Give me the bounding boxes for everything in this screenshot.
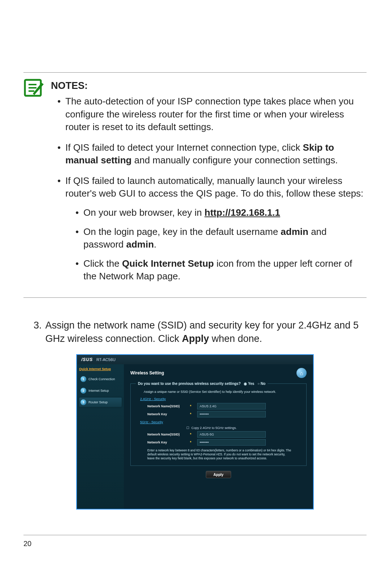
label-ssid-5: Network Name(SSID) <box>147 433 186 436</box>
note-item: The auto-detection of your ISP connectio… <box>57 95 367 133</box>
previous-settings-legend: Do you want to use the previous wireless… <box>136 382 268 386</box>
required-star-icon: * <box>190 433 191 437</box>
checkbox-copy-label: Copy 2.4GHz to 5GHz settings. <box>191 426 237 430</box>
checkbox-copy[interactable]: ☐ <box>186 426 189 430</box>
note-item: If QIS failed to launch automatically, m… <box>57 175 367 283</box>
step-text: Assign the network name (SSID) and secur… <box>46 319 367 346</box>
required-star-icon: * <box>190 441 191 445</box>
input-key-24[interactable] <box>197 411 266 417</box>
settings-fieldset: Do you want to use the previous wireless… <box>130 382 307 466</box>
sidebar-item-label: Router Setup <box>88 400 108 404</box>
radio-yes[interactable]: ◉ Yes <box>244 382 254 386</box>
warning-text: Enter a network key between 8 and 63 cha… <box>147 448 292 460</box>
sidebar-item-router-setup[interactable]: 3 Router Setup <box>79 398 122 407</box>
notes-icon <box>23 78 44 99</box>
notes-box: NOTES: The auto-detection of your ISP co… <box>23 72 367 298</box>
radio-no[interactable]: ○ No <box>257 382 265 386</box>
page-footer-rule <box>23 535 367 535</box>
label-ssid-24: Network Name(SSID) <box>147 404 186 408</box>
note-subitem: On the login page, key in the default us… <box>75 226 367 251</box>
step-badge-icon: 2 <box>81 388 86 394</box>
step-number: 3. <box>34 319 42 346</box>
page-number: 20 <box>23 540 367 548</box>
sidebar-title: Quick Internet Setup <box>79 367 122 371</box>
brand-logo: /SUS <box>81 357 93 362</box>
page-content: NOTES: The auto-detection of your ISP co… <box>14 0 376 562</box>
step-3: 3. Assign the network name (SSID) and se… <box>23 319 367 346</box>
sidebar-item-label: Internet Setup <box>88 389 109 392</box>
model-label: RT-AC56U <box>96 357 116 362</box>
input-key-5[interactable] <box>197 439 266 446</box>
section-5ghz: 5GHz - Security <box>140 420 301 424</box>
sidebar-item-check-connection[interactable]: 1 Check Connection <box>79 374 122 384</box>
home-icon[interactable]: ⌂ <box>296 368 307 378</box>
router-topbar: /SUS RT-AC56U <box>77 355 313 364</box>
step-badge-icon: 1 <box>81 376 86 382</box>
router-screenshot: /SUS RT-AC56U Quick Internet Setup 1 Che… <box>76 354 314 510</box>
section-24ghz: 2.4GHz - Security <box>140 397 301 401</box>
sidebar-item-internet-setup[interactable]: 2 Internet Setup <box>79 386 122 395</box>
notes-title: NOTES: <box>51 79 367 92</box>
router-main-panel: Wireless Setting ⌂ Do you want to use th… <box>124 364 313 509</box>
sidebar-item-label: Check Connection <box>88 377 115 381</box>
label-key-24: Network Key <box>147 412 186 416</box>
required-star-icon: * <box>190 412 191 416</box>
label-key-5: Network Key <box>147 441 186 444</box>
note-subitem: On your web browser, key in http://192.1… <box>75 206 367 219</box>
assign-note: Assign a unique name or SSID (Service Se… <box>144 390 301 394</box>
input-ssid-5[interactable] <box>197 431 266 438</box>
required-star-icon: * <box>190 404 191 408</box>
note-item: If QIS failed to detect your Internet co… <box>57 141 367 167</box>
apply-button[interactable]: Apply <box>206 471 231 478</box>
input-ssid-24[interactable] <box>197 403 266 409</box>
panel-title: Wireless Setting <box>130 370 164 375</box>
step-badge-icon: 3 <box>81 399 86 405</box>
notes-content: NOTES: The auto-detection of your ISP co… <box>51 79 367 291</box>
note-subitem: Click the Quick Internet Setup icon from… <box>75 257 367 283</box>
router-sidebar: Quick Internet Setup 1 Check Connection … <box>77 364 124 509</box>
